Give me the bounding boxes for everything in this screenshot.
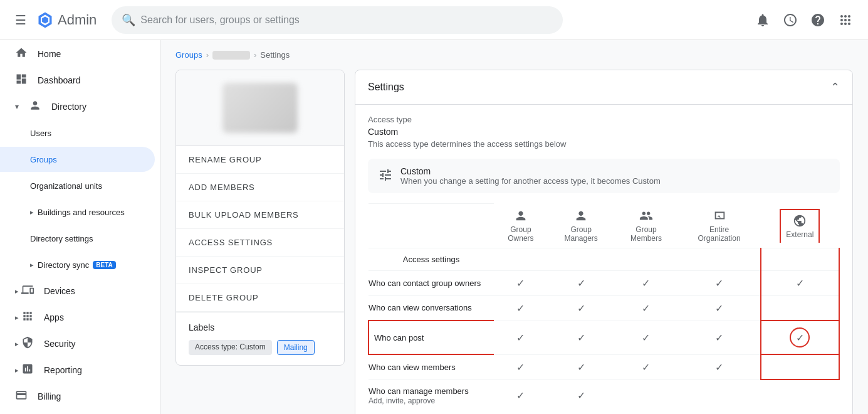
expand-buildings-icon: ▸ [30,208,34,216]
timer-icon[interactable] [778,8,803,33]
col-header-group-owners: GroupOwners [494,204,548,248]
sidebar-item-dir-sync[interactable]: ▸ Directory sync BETA [0,252,155,277]
topbar: ☰ Admin 🔍 [0,0,868,40]
row-manage-owners: ✓ [494,380,548,411]
home-icon [15,46,28,62]
sidebar-item-org-units[interactable]: Organizational units [0,173,155,198]
apps-icon [21,310,34,326]
circle-check-external: ✓ [790,327,810,348]
col-header-entire-org: EntireOrganization [677,204,760,248]
search-input[interactable] [140,14,553,26]
settings-body: Access type Custom This access type dete… [355,105,852,414]
breadcrumb-groups[interactable]: Groups [175,50,202,60]
check-icon: ✓ [715,278,723,289]
notifications-icon[interactable] [750,8,775,33]
apps-grid-icon[interactable] [833,8,858,33]
check-icon: ✓ [516,278,525,289]
search-bar[interactable]: 🔍 [112,6,563,34]
access-settings-action[interactable]: ACCESS SETTINGS [176,229,344,257]
breadcrumb-sep1: › [206,50,209,60]
external-icon [786,214,813,228]
expand-devices-icon: ▸ [15,287,19,295]
group-avatar-area [176,70,344,146]
col-header-external: External [761,204,839,248]
menu-icon[interactable]: ☰ [10,8,31,33]
google-logo-icon [36,11,54,29]
access-settings-col-header: Access settings [369,248,494,270]
inspect-group-action[interactable]: INSPECT GROUP [176,257,344,284]
sidebar-item-users[interactable]: Users [0,120,155,146]
sidebar-item-devices[interactable]: ▸ Devices [0,279,155,304]
action-list: RENAME GROUP ADD MEMBERS BULK UPLOAD MEM… [176,146,344,312]
custom-settings-icon [378,167,393,186]
row-post-managers: ✓ [548,321,615,354]
row-post-external: ✓ [761,321,839,354]
row-view-conversations-label: Who can view conversations [369,295,494,321]
expand-reporting-icon: ▸ [15,366,19,374]
bulk-upload-action[interactable]: BULK UPLOAD MEMBERS [176,201,344,229]
sidebar-item-home[interactable]: Home [0,41,155,66]
check-icon: ✓ [516,303,525,314]
search-icon: 🔍 [122,13,135,27]
sidebar-item-groups[interactable]: Groups [0,147,155,172]
breadcrumb: Groups › › Settings [175,50,853,60]
external-col-header-box: External [780,209,820,243]
row-post-owners: ✓ [494,321,548,354]
sidebar-item-security[interactable]: ▸ Security [0,331,155,356]
sidebar-item-apps[interactable]: ▸ Apps [0,305,155,330]
check-icon: ✓ [516,390,525,401]
check-icon: ✓ [516,332,525,343]
access-type-value: Custom [368,127,840,137]
row-view-members-label: Who can view members [369,354,494,380]
row-view-members-members: ✓ [615,354,678,380]
col-header-group-managers: GroupManagers [548,204,615,248]
sidebar-item-directory[interactable]: ▾ Directory [0,94,155,119]
devices-icon [21,284,34,299]
check-icon: ✓ [577,390,585,401]
expand-security-icon: ▸ [15,340,19,348]
dashboard-icon [15,73,28,88]
help-icon[interactable] [805,8,830,33]
row-view-members-external [761,354,839,380]
col-header-group-members: GroupMembers [615,204,678,248]
group-members-icon [617,209,676,223]
sidebar-item-billing[interactable]: Billing [0,384,155,409]
row-contact-owners-members: ✓ [615,270,678,295]
delete-group-action[interactable]: DELETE GROUP [176,284,344,312]
rename-group-action[interactable]: RENAME GROUP [176,146,344,174]
access-type-desc: This access type determines the access s… [368,139,840,149]
sidebar-item-dashboard[interactable]: Dashboard [0,68,155,93]
row-post-org: ✓ [677,321,760,354]
sidebar-item-reporting[interactable]: ▸ Reporting [0,358,155,383]
group-managers-icon [550,209,612,223]
row-contact-owners-managers: ✓ [548,270,615,295]
content-area: Groups › › Settings RENAME GROUP ADD MEM… [160,40,868,414]
row-post-members: ✓ [615,321,678,354]
left-panel: RENAME GROUP ADD MEMBERS BULK UPLOAD MEM… [175,70,345,366]
sidebar-item-dir-settings[interactable]: Directory settings [0,226,155,251]
settings-header: Settings ⌃ [355,70,852,105]
right-panel: Settings ⌃ Access type Custom This acces… [355,70,853,414]
breadcrumb-settings: Settings [260,50,290,60]
custom-info-box: Custom When you change a setting for ano… [368,159,840,193]
app-logo[interactable]: Admin [36,11,97,29]
topbar-icons [750,8,858,33]
access-settings-table: GroupOwners GroupManagers [368,203,840,411]
person-icon [29,99,41,115]
entire-org-icon [680,209,758,223]
sidebar-item-buildings[interactable]: ▸ Buildings and resources [0,199,155,225]
row-contact-owners-external: ✓ [761,270,839,295]
labels-title: Labels [189,322,332,332]
security-icon [21,336,34,352]
panels-container: RENAME GROUP ADD MEMBERS BULK UPLOAD MEM… [175,70,853,414]
group-owners-icon [496,209,545,223]
row-who-can-post: Who can post ✓ ✓ ✓ ✓ ✓ [369,321,839,354]
app-name: Admin [58,12,97,28]
row-contact-owners-owners: ✓ [494,270,548,295]
reporting-icon [21,363,34,378]
collapse-settings-button[interactable]: ⌃ [830,80,840,94]
check-icon: ✓ [577,303,585,314]
access-type-label: Access type [368,115,840,124]
add-members-action[interactable]: ADD MEMBERS [176,174,344,201]
custom-title: Custom [400,166,661,176]
